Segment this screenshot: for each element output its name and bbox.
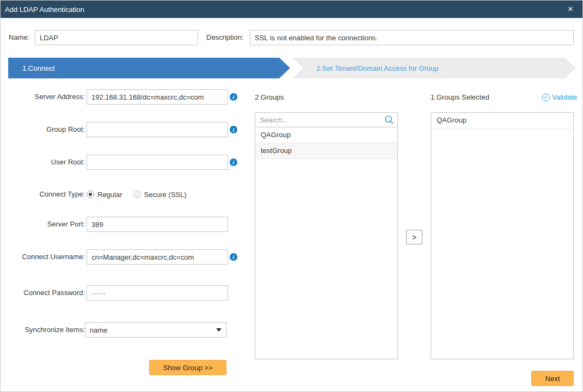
list-item[interactable]: QAGroup [431,113,573,128]
add-ldap-authentication-dialog: Add LDAP Authentication × Name: Descript… [0,0,583,392]
titlebar: Add LDAP Authentication × [1,1,582,18]
radio-secure-ssl-label: Secure (SSL) [144,191,187,199]
move-right-button[interactable]: > [406,230,422,244]
info-icon[interactable]: i [230,158,237,166]
dialog-title: Add LDAP Authentication [1,5,84,14]
info-icon[interactable]: i [230,93,237,101]
radio-secure-ssl[interactable] [133,191,141,198]
step-1-label: 1.Connect [22,64,54,72]
server-port-input[interactable] [87,217,228,232]
group-root-label: Group Root: [9,122,85,137]
selected-count-label: 1 Groups Selected [431,93,489,101]
next-button[interactable]: Next [531,371,574,386]
validate-link[interactable]: ✓ Validate [542,93,577,101]
description-label: Description: [206,30,244,45]
list-item[interactable]: testGroup [255,143,397,159]
name-input[interactable] [35,30,198,45]
close-icon[interactable]: × [564,1,577,18]
group-root-input[interactable] [87,122,228,137]
info-icon[interactable]: i [230,253,237,261]
synchronize-items-label: Synchronize Items: [9,322,85,338]
connect-type-radio-group: Regular Secure (SSL) [87,189,194,199]
groups-list: QAGroup testGroup [255,127,398,359]
server-address-input[interactable] [87,89,228,105]
description-input[interactable] [250,30,574,45]
connect-username-label: Connect Username: [9,249,85,265]
user-root-label: User Root: [9,155,85,170]
synchronize-items-select[interactable]: name [85,322,226,338]
groups-count-label: 2 Groups [255,93,284,101]
tab-connect[interactable]: 1.Connect [8,58,290,78]
validate-label: Validate [552,93,577,101]
radio-regular-label: Regular [97,191,122,199]
dropdown-caret-icon [216,328,222,332]
show-group-button[interactable]: Show Group >> [149,360,226,375]
connect-password-input[interactable] [87,285,228,301]
server-port-label: Server Port: [9,217,85,232]
server-address-label: Server Address: [9,89,85,105]
name-label: Name: [9,30,29,45]
info-icon[interactable]: i [230,126,237,133]
wizard-steps: 1.Connect 2.Set Tenant/Domain Access for… [8,58,576,78]
user-root-input[interactable] [87,155,228,170]
group-search-input[interactable] [255,112,398,127]
validate-check-icon: ✓ [542,94,550,101]
connect-type-label: Connect Type: [9,187,85,202]
list-item[interactable]: QAGroup [255,127,397,143]
synchronize-items-value: name [90,326,216,334]
group-search [255,112,398,127]
selected-groups-list: QAGroup [431,112,574,359]
tab-set-tenant-domain-access[interactable]: 2.Set Tenant/Domain Access for Group [292,58,576,78]
search-icon[interactable] [384,115,394,125]
radio-regular[interactable] [87,191,94,198]
connect-password-label: Connect Password: [9,285,85,301]
connect-username-input[interactable] [87,249,228,265]
step-2-label: 2.Set Tenant/Domain Access for Group [316,64,439,72]
